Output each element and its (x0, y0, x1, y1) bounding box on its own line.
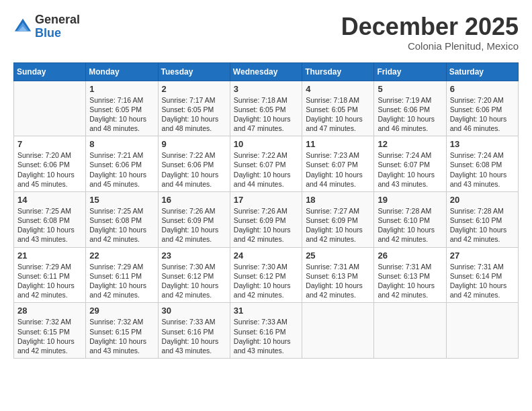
calendar-cell: 7Sunrise: 7:20 AM Sunset: 6:06 PM Daylig… (14, 136, 86, 192)
calendar-cell: 13Sunrise: 7:24 AM Sunset: 6:08 PM Dayli… (446, 136, 518, 192)
day-info: Sunrise: 7:21 AM Sunset: 6:06 PM Dayligh… (89, 150, 154, 189)
day-number: 11 (306, 139, 370, 149)
calendar-week-row: 28Sunrise: 7:32 AM Sunset: 6:15 PM Dayli… (14, 303, 519, 359)
calendar-cell (14, 81, 86, 136)
day-info: Sunrise: 7:23 AM Sunset: 6:07 PM Dayligh… (306, 150, 370, 189)
title-block: December 2025 Colonia Plenitud, Mexico (341, 13, 519, 52)
day-number: 2 (162, 84, 226, 94)
calendar-cell (374, 303, 446, 359)
calendar-week-row: 1Sunrise: 7:16 AM Sunset: 6:05 PM Daylig… (14, 81, 519, 136)
calendar-cell: 9Sunrise: 7:22 AM Sunset: 6:06 PM Daylig… (158, 136, 230, 192)
day-number: 26 (378, 250, 442, 261)
calendar-cell: 17Sunrise: 7:26 AM Sunset: 6:09 PM Dayli… (230, 191, 302, 247)
day-info: Sunrise: 7:17 AM Sunset: 6:05 PM Dayligh… (162, 95, 226, 134)
day-number: 14 (17, 195, 82, 205)
day-number: 31 (234, 306, 298, 316)
day-number: 22 (89, 250, 154, 261)
day-number: 4 (306, 84, 370, 94)
weekday-header-monday: Monday (86, 62, 158, 81)
day-number: 8 (89, 139, 154, 149)
day-number: 25 (306, 250, 370, 261)
day-info: Sunrise: 7:26 AM Sunset: 6:09 PM Dayligh… (162, 206, 226, 244)
day-info: Sunrise: 7:32 AM Sunset: 6:15 PM Dayligh… (17, 317, 82, 355)
calendar-cell: 15Sunrise: 7:25 AM Sunset: 6:08 PM Dayli… (86, 191, 158, 247)
calendar-cell (302, 303, 374, 359)
calendar-cell: 28Sunrise: 7:32 AM Sunset: 6:15 PM Dayli… (14, 303, 86, 359)
day-info: Sunrise: 7:16 AM Sunset: 6:05 PM Dayligh… (89, 95, 154, 134)
calendar-cell: 6Sunrise: 7:20 AM Sunset: 6:06 PM Daylig… (446, 81, 518, 136)
calendar-cell: 25Sunrise: 7:31 AM Sunset: 6:13 PM Dayli… (302, 247, 374, 303)
day-number: 28 (17, 306, 82, 316)
day-info: Sunrise: 7:26 AM Sunset: 6:09 PM Dayligh… (234, 206, 298, 244)
calendar-cell: 31Sunrise: 7:33 AM Sunset: 6:16 PM Dayli… (230, 303, 302, 359)
day-info: Sunrise: 7:18 AM Sunset: 6:05 PM Dayligh… (234, 95, 298, 134)
weekday-header-saturday: Saturday (446, 62, 518, 81)
weekday-header-sunday: Sunday (14, 62, 86, 81)
weekday-header-friday: Friday (374, 62, 446, 81)
weekday-header-row: SundayMondayTuesdayWednesdayThursdayFrid… (14, 62, 519, 81)
calendar-cell: 30Sunrise: 7:33 AM Sunset: 6:16 PM Dayli… (158, 303, 230, 359)
page-header: General Blue December 2025 Colonia Pleni… (13, 13, 519, 52)
day-info: Sunrise: 7:24 AM Sunset: 6:08 PM Dayligh… (450, 150, 515, 189)
month-title: December 2025 (341, 13, 519, 40)
day-number: 19 (378, 195, 442, 205)
weekday-header-wednesday: Wednesday (230, 62, 302, 81)
day-number: 24 (234, 250, 298, 261)
day-info: Sunrise: 7:31 AM Sunset: 6:13 PM Dayligh… (378, 262, 442, 300)
day-number: 9 (162, 139, 226, 149)
day-number: 16 (162, 195, 226, 205)
day-number: 13 (450, 139, 515, 149)
day-info: Sunrise: 7:25 AM Sunset: 6:08 PM Dayligh… (89, 206, 154, 244)
calendar-cell: 19Sunrise: 7:28 AM Sunset: 6:10 PM Dayli… (374, 191, 446, 247)
weekday-header-thursday: Thursday (302, 62, 374, 81)
day-info: Sunrise: 7:28 AM Sunset: 6:10 PM Dayligh… (450, 206, 515, 244)
calendar-cell: 16Sunrise: 7:26 AM Sunset: 6:09 PM Dayli… (158, 191, 230, 247)
day-info: Sunrise: 7:30 AM Sunset: 6:12 PM Dayligh… (162, 262, 226, 300)
day-number: 6 (450, 84, 515, 94)
day-number: 18 (306, 195, 370, 205)
day-number: 1 (89, 84, 154, 94)
calendar-cell: 24Sunrise: 7:30 AM Sunset: 6:12 PM Dayli… (230, 247, 302, 303)
day-number: 23 (162, 250, 226, 261)
day-info: Sunrise: 7:29 AM Sunset: 6:11 PM Dayligh… (17, 262, 82, 300)
day-info: Sunrise: 7:20 AM Sunset: 6:06 PM Dayligh… (17, 150, 82, 189)
calendar-cell: 5Sunrise: 7:19 AM Sunset: 6:06 PM Daylig… (374, 81, 446, 136)
day-info: Sunrise: 7:32 AM Sunset: 6:15 PM Dayligh… (89, 317, 154, 355)
logo: General Blue (13, 13, 80, 40)
calendar-cell: 23Sunrise: 7:30 AM Sunset: 6:12 PM Dayli… (158, 247, 230, 303)
logo-text: General Blue (35, 13, 80, 40)
day-info: Sunrise: 7:22 AM Sunset: 6:06 PM Dayligh… (162, 150, 226, 189)
calendar-cell: 27Sunrise: 7:31 AM Sunset: 6:14 PM Dayli… (446, 247, 518, 303)
day-number: 3 (234, 84, 298, 94)
day-number: 21 (17, 250, 82, 261)
day-info: Sunrise: 7:30 AM Sunset: 6:12 PM Dayligh… (234, 262, 298, 300)
weekday-header-tuesday: Tuesday (158, 62, 230, 81)
day-info: Sunrise: 7:33 AM Sunset: 6:16 PM Dayligh… (162, 317, 226, 355)
day-info: Sunrise: 7:28 AM Sunset: 6:10 PM Dayligh… (378, 206, 442, 244)
calendar-cell: 26Sunrise: 7:31 AM Sunset: 6:13 PM Dayli… (374, 247, 446, 303)
calendar-cell: 2Sunrise: 7:17 AM Sunset: 6:05 PM Daylig… (158, 81, 230, 136)
calendar-cell: 18Sunrise: 7:27 AM Sunset: 6:09 PM Dayli… (302, 191, 374, 247)
calendar-cell: 20Sunrise: 7:28 AM Sunset: 6:10 PM Dayli… (446, 191, 518, 247)
day-number: 17 (234, 195, 298, 205)
calendar-table: SundayMondayTuesdayWednesdayThursdayFrid… (13, 62, 519, 359)
day-info: Sunrise: 7:25 AM Sunset: 6:08 PM Dayligh… (17, 206, 82, 244)
calendar-cell: 21Sunrise: 7:29 AM Sunset: 6:11 PM Dayli… (14, 247, 86, 303)
day-info: Sunrise: 7:22 AM Sunset: 6:07 PM Dayligh… (234, 150, 298, 189)
day-info: Sunrise: 7:19 AM Sunset: 6:06 PM Dayligh… (378, 95, 442, 134)
day-info: Sunrise: 7:27 AM Sunset: 6:09 PM Dayligh… (306, 206, 370, 244)
day-info: Sunrise: 7:18 AM Sunset: 6:05 PM Dayligh… (306, 95, 370, 134)
day-number: 30 (162, 306, 226, 316)
calendar-cell: 4Sunrise: 7:18 AM Sunset: 6:05 PM Daylig… (302, 81, 374, 136)
day-number: 29 (89, 306, 154, 316)
calendar-cell: 12Sunrise: 7:24 AM Sunset: 6:07 PM Dayli… (374, 136, 446, 192)
calendar-cell: 22Sunrise: 7:29 AM Sunset: 6:11 PM Dayli… (86, 247, 158, 303)
calendar-cell: 29Sunrise: 7:32 AM Sunset: 6:15 PM Dayli… (86, 303, 158, 359)
day-number: 10 (234, 139, 298, 149)
calendar-week-row: 7Sunrise: 7:20 AM Sunset: 6:06 PM Daylig… (14, 136, 519, 192)
day-number: 5 (378, 84, 442, 94)
calendar-cell: 1Sunrise: 7:16 AM Sunset: 6:05 PM Daylig… (86, 81, 158, 136)
day-number: 7 (17, 139, 82, 149)
calendar-week-row: 14Sunrise: 7:25 AM Sunset: 6:08 PM Dayli… (14, 191, 519, 247)
calendar-week-row: 21Sunrise: 7:29 AM Sunset: 6:11 PM Dayli… (14, 247, 519, 303)
